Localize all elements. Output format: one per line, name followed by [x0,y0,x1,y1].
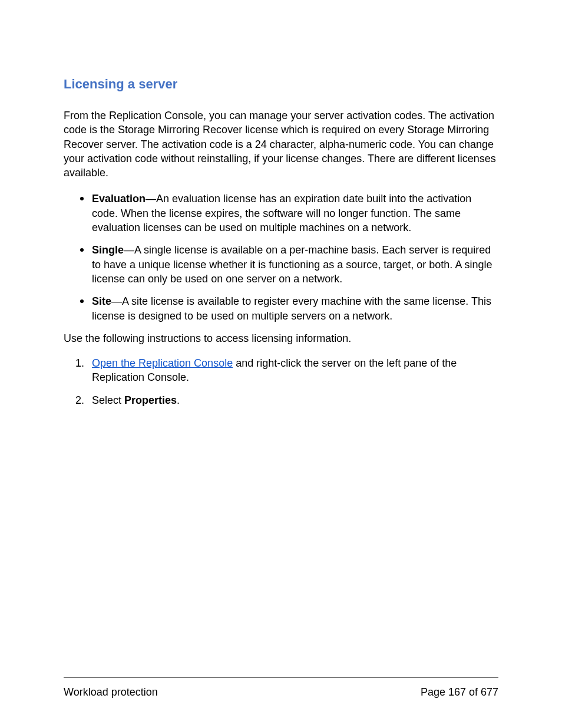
footer-section-name: Workload protection [64,686,158,699]
instructions-intro: Use the following instructions to access… [64,331,498,345]
open-replication-console-link[interactable]: Open the Replication Console [92,357,233,369]
intro-paragraph: From the Replication Console, you can ma… [64,108,498,180]
term-description: —A single license is available on a per-… [92,244,492,285]
instructions-list: Open the Replication Console and right-c… [64,356,498,407]
list-item: Site—A site license is available to regi… [92,294,498,323]
footer-page-number: Page 167 of 677 [421,686,498,699]
list-item: Select Properties. [92,393,498,407]
step-suffix: . [177,394,180,406]
step-prefix: Select [92,394,124,406]
license-types-list: Evaluation—An evaluation license has an … [64,192,498,322]
page-footer: Workload protection Page 167 of 677 [64,677,498,699]
list-item: Evaluation—An evaluation license has an … [92,192,498,235]
term-description: —An evaluation license has an expiration… [92,193,471,233]
section-heading: Licensing a server [64,77,498,92]
term-site: Site [92,295,111,307]
list-item: Single—A single license is available on … [92,243,498,286]
page-content: Licensing a server From the Replication … [0,0,562,407]
step-bold: Properties [124,394,177,406]
list-item: Open the Replication Console and right-c… [92,356,498,385]
term-description: —A site license is available to register… [92,295,491,321]
term-single: Single [92,244,124,256]
term-evaluation: Evaluation [92,193,146,205]
